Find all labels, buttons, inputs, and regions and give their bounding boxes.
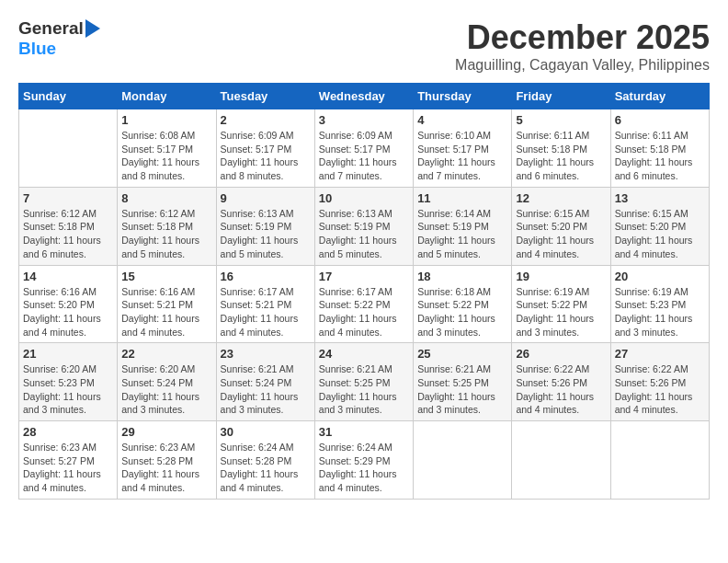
day-info: Sunrise: 6:23 AMSunset: 5:27 PMDaylight:… bbox=[23, 441, 113, 495]
day-info: Sunrise: 6:13 AMSunset: 5:19 PMDaylight:… bbox=[221, 207, 311, 261]
calendar-header-thursday: Thursday bbox=[414, 84, 512, 109]
day-number: 13 bbox=[615, 191, 705, 205]
calendar-cell: 23Sunrise: 6:21 AMSunset: 5:24 PMDayligh… bbox=[216, 343, 314, 421]
day-number: 3 bbox=[319, 113, 409, 127]
calendar-cell bbox=[610, 421, 709, 500]
calendar-cell: 8Sunrise: 6:12 AMSunset: 5:18 PMDaylight… bbox=[118, 187, 216, 265]
day-number: 7 bbox=[23, 191, 113, 205]
day-number: 25 bbox=[417, 347, 507, 361]
day-number: 12 bbox=[516, 191, 606, 205]
day-number: 11 bbox=[417, 191, 507, 205]
day-number: 8 bbox=[121, 191, 211, 205]
day-info: Sunrise: 6:20 AMSunset: 5:23 PMDaylight:… bbox=[23, 362, 113, 417]
day-info: Sunrise: 6:11 AMSunset: 5:18 PMDaylight:… bbox=[615, 129, 705, 183]
day-number: 20 bbox=[615, 270, 705, 283]
day-info: Sunrise: 6:12 AMSunset: 5:18 PMDaylight:… bbox=[121, 207, 211, 261]
calendar-cell: 10Sunrise: 6:13 AMSunset: 5:19 PMDayligh… bbox=[314, 187, 413, 265]
calendar-cell: 14Sunrise: 6:16 AMSunset: 5:20 PMDayligh… bbox=[19, 265, 118, 343]
day-number: 2 bbox=[221, 113, 311, 127]
calendar-week-row: 7Sunrise: 6:12 AMSunset: 5:18 PMDaylight… bbox=[19, 187, 710, 265]
day-number: 18 bbox=[417, 270, 507, 283]
day-info: Sunrise: 6:15 AMSunset: 5:20 PMDaylight:… bbox=[516, 207, 606, 261]
calendar-cell: 20Sunrise: 6:19 AMSunset: 5:23 PMDayligh… bbox=[610, 265, 709, 343]
calendar-header-friday: Friday bbox=[512, 84, 610, 109]
day-number: 9 bbox=[221, 191, 311, 205]
calendar-cell: 1Sunrise: 6:08 AMSunset: 5:17 PMDaylight… bbox=[118, 109, 216, 188]
calendar-cell: 21Sunrise: 6:20 AMSunset: 5:23 PMDayligh… bbox=[19, 343, 118, 421]
calendar-cell: 11Sunrise: 6:14 AMSunset: 5:19 PMDayligh… bbox=[414, 187, 512, 265]
day-number: 5 bbox=[516, 113, 606, 127]
day-number: 6 bbox=[615, 113, 705, 127]
calendar-cell: 2Sunrise: 6:09 AMSunset: 5:17 PMDaylight… bbox=[216, 109, 314, 188]
day-number: 10 bbox=[319, 191, 409, 205]
calendar-cell: 26Sunrise: 6:22 AMSunset: 5:26 PMDayligh… bbox=[512, 343, 610, 421]
title-block: December 2025 Maguilling, Cagayan Valley… bbox=[455, 18, 710, 74]
calendar-cell: 18Sunrise: 6:18 AMSunset: 5:22 PMDayligh… bbox=[414, 265, 512, 343]
calendar-cell: 13Sunrise: 6:15 AMSunset: 5:20 PMDayligh… bbox=[610, 187, 709, 265]
calendar-cell: 5Sunrise: 6:11 AMSunset: 5:18 PMDaylight… bbox=[512, 109, 610, 188]
day-number: 31 bbox=[319, 425, 409, 439]
day-info: Sunrise: 6:21 AMSunset: 5:24 PMDaylight:… bbox=[221, 362, 311, 417]
calendar-cell: 12Sunrise: 6:15 AMSunset: 5:20 PMDayligh… bbox=[512, 187, 610, 265]
calendar-header-saturday: Saturday bbox=[610, 84, 709, 109]
day-info: Sunrise: 6:16 AMSunset: 5:20 PMDaylight:… bbox=[23, 285, 113, 339]
calendar-week-row: 1Sunrise: 6:08 AMSunset: 5:17 PMDaylight… bbox=[19, 109, 710, 188]
logo-general-text: General bbox=[18, 18, 84, 39]
day-info: Sunrise: 6:15 AMSunset: 5:20 PMDaylight:… bbox=[615, 207, 705, 261]
day-number: 28 bbox=[23, 425, 113, 439]
day-info: Sunrise: 6:13 AMSunset: 5:19 PMDaylight:… bbox=[319, 207, 409, 261]
calendar-header-wednesday: Wednesday bbox=[314, 84, 413, 109]
day-number: 14 bbox=[23, 270, 113, 283]
day-number: 16 bbox=[221, 270, 311, 283]
calendar-cell: 7Sunrise: 6:12 AMSunset: 5:18 PMDaylight… bbox=[19, 187, 118, 265]
day-info: Sunrise: 6:17 AMSunset: 5:21 PMDaylight:… bbox=[221, 285, 311, 339]
day-number: 15 bbox=[121, 270, 211, 283]
calendar-cell: 6Sunrise: 6:11 AMSunset: 5:18 PMDaylight… bbox=[610, 109, 709, 188]
location-text: Maguilling, Cagayan Valley, Philippines bbox=[455, 57, 710, 74]
day-info: Sunrise: 6:20 AMSunset: 5:24 PMDaylight:… bbox=[121, 362, 211, 417]
calendar-cell: 25Sunrise: 6:21 AMSunset: 5:25 PMDayligh… bbox=[414, 343, 512, 421]
svg-marker-0 bbox=[85, 19, 100, 38]
day-info: Sunrise: 6:10 AMSunset: 5:17 PMDaylight:… bbox=[417, 129, 507, 183]
day-info: Sunrise: 6:22 AMSunset: 5:26 PMDaylight:… bbox=[516, 362, 606, 417]
calendar-header-tuesday: Tuesday bbox=[216, 84, 314, 109]
calendar-cell: 17Sunrise: 6:17 AMSunset: 5:22 PMDayligh… bbox=[314, 265, 413, 343]
calendar-week-row: 28Sunrise: 6:23 AMSunset: 5:27 PMDayligh… bbox=[19, 421, 710, 500]
calendar-cell: 27Sunrise: 6:22 AMSunset: 5:26 PMDayligh… bbox=[610, 343, 709, 421]
calendar-cell: 4Sunrise: 6:10 AMSunset: 5:17 PMDaylight… bbox=[414, 109, 512, 188]
day-number: 21 bbox=[23, 347, 113, 361]
day-number: 4 bbox=[417, 113, 507, 127]
day-number: 24 bbox=[319, 347, 409, 361]
day-info: Sunrise: 6:12 AMSunset: 5:18 PMDaylight:… bbox=[23, 207, 113, 261]
day-number: 30 bbox=[221, 425, 311, 439]
calendar-cell: 16Sunrise: 6:17 AMSunset: 5:21 PMDayligh… bbox=[216, 265, 314, 343]
calendar-cell bbox=[19, 109, 118, 188]
calendar-week-row: 21Sunrise: 6:20 AMSunset: 5:23 PMDayligh… bbox=[19, 343, 710, 421]
logo-blue-text: Blue bbox=[18, 39, 56, 59]
calendar-cell: 30Sunrise: 6:24 AMSunset: 5:28 PMDayligh… bbox=[216, 421, 314, 500]
logo: General Blue bbox=[18, 18, 100, 59]
day-info: Sunrise: 6:09 AMSunset: 5:17 PMDaylight:… bbox=[221, 129, 311, 183]
month-title: December 2025 bbox=[455, 18, 710, 57]
day-number: 29 bbox=[121, 425, 211, 439]
calendar-cell bbox=[512, 421, 610, 500]
calendar-cell: 28Sunrise: 6:23 AMSunset: 5:27 PMDayligh… bbox=[19, 421, 118, 500]
day-number: 26 bbox=[516, 347, 606, 361]
day-info: Sunrise: 6:23 AMSunset: 5:28 PMDaylight:… bbox=[121, 441, 211, 495]
day-info: Sunrise: 6:16 AMSunset: 5:21 PMDaylight:… bbox=[121, 285, 211, 339]
calendar-cell: 15Sunrise: 6:16 AMSunset: 5:21 PMDayligh… bbox=[118, 265, 216, 343]
calendar-table: SundayMondayTuesdayWednesdayThursdayFrid… bbox=[18, 83, 710, 500]
calendar-header: SundayMondayTuesdayWednesdayThursdayFrid… bbox=[19, 84, 710, 109]
day-info: Sunrise: 6:09 AMSunset: 5:17 PMDaylight:… bbox=[319, 129, 409, 183]
calendar-cell: 22Sunrise: 6:20 AMSunset: 5:24 PMDayligh… bbox=[118, 343, 216, 421]
calendar-cell: 24Sunrise: 6:21 AMSunset: 5:25 PMDayligh… bbox=[314, 343, 413, 421]
day-number: 27 bbox=[615, 347, 705, 361]
calendar-cell: 19Sunrise: 6:19 AMSunset: 5:22 PMDayligh… bbox=[512, 265, 610, 343]
calendar-cell: 31Sunrise: 6:24 AMSunset: 5:29 PMDayligh… bbox=[314, 421, 413, 500]
calendar-cell: 9Sunrise: 6:13 AMSunset: 5:19 PMDaylight… bbox=[216, 187, 314, 265]
day-number: 19 bbox=[516, 270, 606, 283]
day-info: Sunrise: 6:08 AMSunset: 5:17 PMDaylight:… bbox=[121, 129, 211, 183]
day-info: Sunrise: 6:24 AMSunset: 5:28 PMDaylight:… bbox=[221, 441, 311, 495]
day-number: 1 bbox=[121, 113, 211, 127]
calendar-week-row: 14Sunrise: 6:16 AMSunset: 5:20 PMDayligh… bbox=[19, 265, 710, 343]
